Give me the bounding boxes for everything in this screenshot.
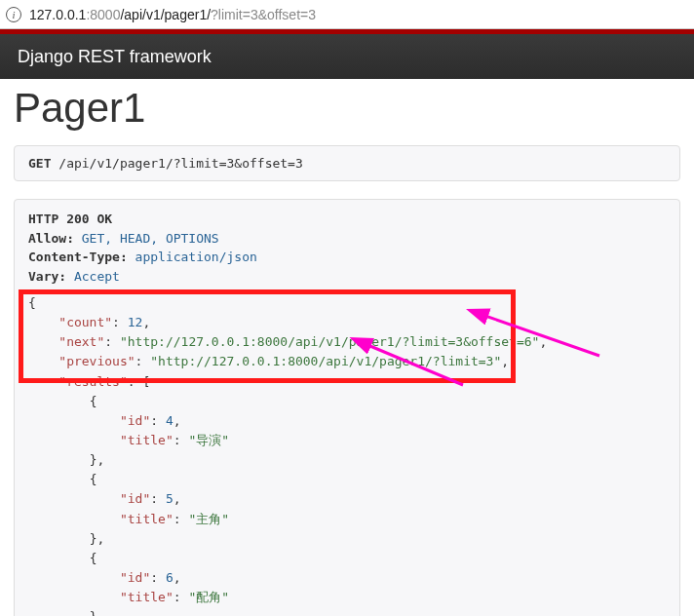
content-type-label: Content-Type:: [28, 250, 128, 264]
content-type-value: application/json: [135, 250, 257, 264]
info-icon: i: [6, 7, 21, 22]
request-path: /api/v1/pager1/?limit=3&offset=3: [58, 156, 302, 171]
vary-value: Accept: [74, 269, 120, 284]
url-host: 127.0.0.1: [29, 7, 86, 22]
response-status: HTTP 200 OK: [28, 212, 112, 226]
vary-label: Vary:: [28, 269, 66, 284]
navbar-brand[interactable]: Django REST framework: [18, 47, 212, 67]
response-json: { "count": 12, "next": "http://127.0.0.1…: [28, 286, 666, 616]
url-query: ?limit=3&offset=3: [211, 7, 316, 22]
request-method: GET: [28, 156, 51, 171]
next-url: "http://127.0.0.1:8000/api/v1/pager1/?li…: [120, 334, 539, 349]
url-path: /api/v1/pager1/: [120, 7, 211, 22]
url-port: :8000: [86, 7, 120, 22]
request-box: GET /api/v1/pager1/?limit=3&offset=3: [14, 145, 680, 181]
previous-url: "http://127.0.0.1:8000/api/v1/pager1/?li…: [150, 354, 501, 368]
allow-value: GET, HEAD, OPTIONS: [82, 231, 219, 246]
page-title: Pager1: [14, 85, 680, 132]
main-content: Pager1 GET /api/v1/pager1/?limit=3&offse…: [0, 85, 694, 616]
navbar: Django REST framework: [0, 34, 694, 79]
response-box: HTTP 200 OK Allow: GET, HEAD, OPTIONS Co…: [14, 199, 680, 616]
allow-label: Allow:: [28, 231, 74, 246]
browser-address-bar[interactable]: i 127.0.0.1:8000/api/v1/pager1/?limit=3&…: [0, 0, 694, 29]
